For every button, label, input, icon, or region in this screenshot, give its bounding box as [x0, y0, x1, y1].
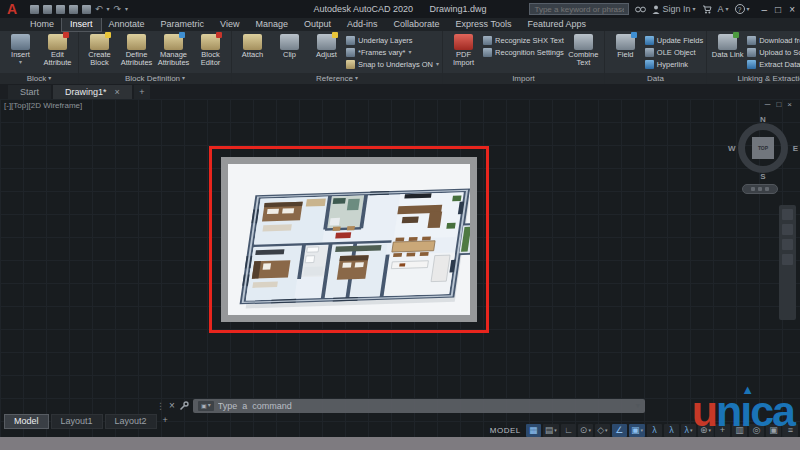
recognize-shx-text-button[interactable]: Recognize SHX Text — [483, 36, 564, 45]
floor-plan-image[interactable] — [221, 157, 477, 322]
clip-button[interactable]: Clip — [272, 33, 307, 59]
snap-to-underlays-button[interactable]: Snap to Underlays ON ▾ — [346, 60, 439, 69]
redo-icon[interactable]: ↷ — [114, 5, 122, 14]
new-layout-button[interactable]: + — [159, 414, 172, 429]
zoom-extents-icon[interactable] — [782, 224, 793, 235]
adjust-button[interactable]: Adjust — [309, 33, 344, 59]
annotation-visibility-icon[interactable]: λ — [647, 424, 662, 437]
update-fields-button[interactable]: Update Fields — [645, 36, 703, 45]
insert-block-button[interactable]: Insert ▾ — [3, 33, 38, 65]
plot-icon[interactable] — [82, 5, 91, 14]
tab-layout2[interactable]: Layout2 — [105, 414, 157, 429]
panel-title-import[interactable]: Import — [443, 73, 604, 84]
recent-commands-icon[interactable]: ▣▾ — [198, 401, 214, 411]
panel-title-reference[interactable]: Reference▾ — [232, 73, 442, 84]
tab-view[interactable]: View — [212, 18, 247, 31]
undo-icon[interactable]: ↶ — [95, 5, 103, 14]
object-snap-tracking-icon[interactable]: ∠ — [612, 424, 627, 437]
tab-parametric[interactable]: Parametric — [153, 18, 213, 31]
undo-chevron-down-icon[interactable]: ▾ — [107, 7, 110, 12]
viewcube-top-face[interactable]: TOP — [752, 137, 774, 159]
model-space-label[interactable]: MODEL — [490, 426, 521, 435]
help-search-input[interactable] — [529, 3, 629, 15]
grid-display-icon[interactable]: ▦ — [526, 424, 541, 437]
extract-data-button[interactable]: Extract Data — [747, 60, 800, 69]
new-file-icon[interactable] — [30, 5, 39, 14]
close-icon[interactable]: × — [115, 85, 120, 99]
snap-mode-icon[interactable]: ▤▾ — [543, 424, 559, 437]
viewport-controls-label[interactable]: [-][Top][2D Wireframe] — [4, 101, 82, 110]
pdf-import-button[interactable]: PDF Import — [446, 33, 481, 67]
block-editor-button[interactable]: Block Editor — [193, 33, 228, 67]
command-line-grip-icon[interactable]: ⋮ — [156, 401, 165, 411]
tab-express-tools[interactable]: Express Tools — [448, 18, 520, 31]
navigation-bar[interactable] — [779, 205, 796, 320]
minimize-drawing-button[interactable]: ─ — [765, 100, 771, 109]
panel-title-data[interactable]: Data — [605, 73, 706, 84]
define-attributes-button[interactable]: Define Attributes — [119, 33, 154, 67]
file-tab-drawing1[interactable]: Drawing1* × — [53, 85, 132, 99]
autocad-logo-icon[interactable]: A — [2, 1, 22, 17]
manage-attributes-button[interactable]: Manage Attributes — [156, 33, 191, 67]
tab-layout1[interactable]: Layout1 — [51, 414, 103, 429]
steering-wheel-icon[interactable] — [782, 254, 793, 265]
tab-home[interactable]: Home — [22, 18, 62, 31]
viewcube[interactable]: N S W E TOP — [735, 120, 791, 176]
edit-attribute-button[interactable]: Edit Attribute — [40, 33, 75, 67]
sign-in-button[interactable]: Sign In ▾ — [652, 4, 695, 14]
close-drawing-button[interactable]: × — [787, 100, 792, 109]
combine-text-button[interactable]: Combine Text — [566, 33, 601, 67]
ortho-mode-icon[interactable]: ∟ — [561, 424, 576, 437]
save-icon[interactable] — [56, 5, 65, 14]
hyperlink-button[interactable]: Hyperlink — [645, 60, 703, 69]
download-from-source-button[interactable]: Download from Source — [747, 36, 800, 45]
restore-drawing-button[interactable]: □ — [776, 100, 781, 109]
viewcube-south[interactable]: S — [760, 172, 765, 181]
field-button[interactable]: Field — [608, 33, 643, 59]
tab-add-ins[interactable]: Add-ins — [339, 18, 386, 31]
command-line-close-icon[interactable]: × — [169, 400, 175, 411]
tab-annotate[interactable]: Annotate — [101, 18, 153, 31]
help-icon[interactable]: ?▾ — [735, 4, 750, 14]
customize-wrench-icon[interactable] — [179, 397, 189, 415]
orbit-icon[interactable] — [782, 239, 793, 250]
polar-tracking-icon[interactable]: ⊙▾ — [578, 424, 593, 437]
viewcube-options-pill[interactable] — [742, 184, 778, 194]
viewcube-north[interactable]: N — [760, 115, 766, 124]
object-snap-icon[interactable]: ▣▾ — [629, 424, 645, 437]
create-block-button[interactable]: Create Block — [82, 33, 117, 67]
upload-to-source-button[interactable]: Upload to Source — [747, 48, 800, 57]
frames-vary-button[interactable]: *Frames vary* ▾ — [346, 48, 439, 57]
data-link-button[interactable]: Data Link — [710, 33, 745, 59]
annotation-autoscale-icon[interactable]: λ — [664, 424, 679, 437]
viewcube-west[interactable]: W — [728, 144, 736, 153]
panel-title-linking-extraction[interactable]: Linking & Extraction — [707, 73, 800, 84]
viewcube-east[interactable]: E — [793, 144, 798, 153]
open-file-icon[interactable] — [43, 5, 52, 14]
search-icon[interactable] — [635, 5, 646, 14]
tab-output[interactable]: Output — [296, 18, 339, 31]
close-button[interactable]: × — [789, 4, 795, 15]
panel-title-block[interactable]: Block▾ — [0, 73, 78, 84]
pan-icon[interactable] — [782, 209, 793, 220]
tab-collaborate[interactable]: Collaborate — [386, 18, 448, 31]
tab-model[interactable]: Model — [4, 414, 49, 429]
command-expand-chevron-icon[interactable]: ▾ — [636, 401, 640, 410]
file-tab-start[interactable]: Start — [8, 85, 51, 99]
restore-button[interactable]: □ — [775, 4, 781, 15]
ole-object-button[interactable]: OLE Object — [645, 48, 703, 57]
app-store-cart-icon[interactable] — [702, 5, 712, 14]
tab-insert[interactable]: Insert — [62, 18, 101, 31]
tab-manage[interactable]: Manage — [247, 18, 296, 31]
attach-button[interactable]: Attach — [235, 33, 270, 59]
isometric-drafting-icon[interactable]: ◇▾ — [595, 424, 610, 437]
tab-featured-apps[interactable]: Featured Apps — [519, 18, 594, 31]
command-input[interactable] — [218, 401, 632, 411]
minimize-button[interactable]: – — [762, 4, 768, 15]
command-input-bar[interactable]: ▣▾ ▾ — [193, 399, 645, 413]
redo-chevron-down-icon[interactable]: ▾ — [125, 7, 128, 12]
save-as-icon[interactable] — [69, 5, 78, 14]
new-drawing-tab-button[interactable]: + — [134, 85, 150, 99]
recognition-settings-button[interactable]: Recognition Settings — [483, 48, 564, 57]
autodesk-app-icon[interactable]: A▾ — [718, 4, 729, 14]
